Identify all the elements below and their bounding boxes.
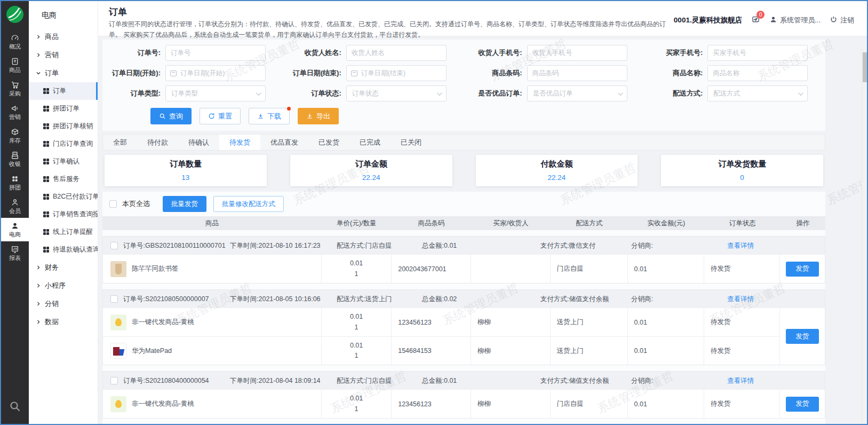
order-checkbox[interactable] [110, 377, 118, 384]
messages-button[interactable]: 0 [751, 15, 760, 26]
sidebar-group-goods[interactable]: 商品 [29, 28, 98, 46]
chevron-right-icon [36, 319, 41, 325]
product-image [110, 396, 126, 412]
filter-input-receiver-phone[interactable] [527, 45, 627, 61]
sidebar-group-label: 商品 [45, 32, 59, 42]
sidebar-item-label: B2C已付款订单查询 [53, 192, 98, 201]
export-button[interactable]: 导出 [298, 108, 339, 124]
sidebar-item-label: 订单 [53, 86, 66, 96]
sidebar-item-group-order[interactable]: 拼团订单 [29, 100, 98, 117]
order-time: 下单时间:2021-08-10 16:17:23 [230, 241, 337, 250]
tab-completed[interactable]: 已完成 [349, 135, 391, 150]
view-detail-link[interactable]: 查看详情 [727, 376, 754, 385]
filter-select-order-status[interactable]: 订单状态 [346, 85, 447, 101]
order-group: 订单号:S2021080400000054下单时间:2021-08-04 18:… [102, 371, 825, 419]
grid-icon [43, 159, 49, 164]
sidebar-group-label: 订单 [45, 68, 59, 78]
select-all-checkbox[interactable] [109, 200, 117, 208]
batch-row: 本页全选 批量发货批量修改配送方式 [102, 195, 825, 216]
query-button[interactable]: 查询 [150, 108, 192, 124]
status-tabs: 全部待付款待确认待发货优品直发已发货已完成已关闭 [102, 134, 825, 151]
vertical-scrollbar[interactable] [862, 46, 867, 424]
tab-shipped[interactable]: 已发货 [308, 135, 349, 150]
sidebar-group-orders[interactable]: 订单 [29, 64, 98, 82]
search-icon [9, 400, 21, 415]
download-button[interactable]: 下载 [249, 108, 290, 124]
filter-input-receiver-name[interactable] [346, 45, 447, 61]
rail-item-inventory[interactable]: 库存 [1, 124, 29, 147]
rail-item-label: 拼团 [9, 185, 21, 191]
sidebar-item-after-sales[interactable]: 售后服务 [29, 170, 98, 188]
tab-pending-confirm[interactable]: 待确认 [178, 135, 219, 150]
product-name: 华为MatePad [132, 347, 172, 356]
rail-item-ecommerce[interactable]: 电商 [1, 218, 29, 241]
filter-control [707, 45, 808, 61]
sidebar-item-order[interactable]: 订单 [29, 82, 98, 100]
tab-all[interactable]: 全部 [103, 135, 137, 150]
sidebar-group-finance[interactable]: 财务 [29, 258, 98, 277]
rail-item-goods[interactable]: 商品 [1, 53, 29, 77]
sidebar-menu: 商品营销订单订单拼团订单拼团订单核销门店订单查询订单确认售后服务B2C已付款订单… [29, 28, 98, 424]
sidebar-item-store-order-query[interactable]: 门店订单查询 [29, 135, 98, 153]
batch-ship-button[interactable]: 批量发货 [163, 196, 206, 212]
rail-item-marketing[interactable]: 营销 [1, 100, 29, 124]
rail-item-cashier[interactable]: 收银 [1, 147, 29, 171]
reset-button[interactable]: 重置 [200, 108, 241, 124]
filter-select-order-type[interactable]: 订单类型 [165, 85, 266, 101]
sidebar-item-group-order-verify[interactable]: 拼团订单核销 [29, 117, 98, 135]
rail-search-button[interactable] [1, 391, 29, 424]
admin-menu[interactable]: 系统管理员... [769, 15, 821, 25]
filter-label: 是否优品订单: [464, 89, 527, 98]
sidebar-group-data[interactable]: 数据 [29, 313, 98, 331]
table-header-action: 操作 [781, 219, 825, 228]
order-checkbox[interactable] [110, 295, 118, 303]
chevron-right-icon [36, 34, 41, 40]
tab-closed[interactable]: 已关闭 [391, 135, 432, 150]
sidebar-group-mini-program[interactable]: 小程序 [29, 277, 98, 295]
batch-change-delivery-button[interactable]: 批量修改配送方式 [213, 196, 284, 212]
order-checkbox[interactable] [110, 242, 118, 249]
filter-input-order-no[interactable] [165, 45, 266, 61]
rail-item-purchase[interactable]: 采购 [1, 77, 29, 100]
app-logo[interactable] [1, 1, 29, 30]
filter-input-buyer-phone[interactable] [707, 45, 808, 61]
sidebar-group-distribution[interactable]: 分销 [29, 295, 98, 313]
tab-pending-ship[interactable]: 待发货 [219, 135, 260, 150]
filter-select-is-premium[interactable]: 是否优品订单 [527, 85, 627, 101]
rail-item-member[interactable]: 会员 [1, 194, 29, 218]
rail-item-label: 电商 [9, 232, 21, 238]
table-header-price-qty: 单价(元)/数量 [322, 219, 392, 228]
cart-icon [11, 81, 19, 89]
ship-button[interactable]: 发货 [786, 329, 819, 344]
sidebar-item-order-sales-report[interactable]: 订单销售查询报表 [29, 206, 98, 223]
filter-label: 配送方式: [644, 89, 707, 98]
order-total-amount: 总金额:0.01 [422, 241, 540, 250]
rail-item-report[interactable]: 报表 [1, 241, 29, 265]
filter-control: 是否优品订单 [527, 85, 627, 101]
filter-input-barcode[interactable] [527, 65, 627, 81]
ship-button[interactable]: 发货 [786, 262, 819, 277]
filter-field-delivery-method: 配送方式:配送方式 [644, 85, 825, 101]
filter-input-order-date-start[interactable] [165, 65, 266, 81]
view-detail-link[interactable]: 查看详情 [727, 295, 754, 304]
sidebar-item-refund-confirm[interactable]: 待退款确认查询 [29, 241, 98, 258]
sidebar-item-online-order-remind[interactable]: 线上订单提醒 [29, 223, 98, 241]
scrollbar-thumb[interactable] [863, 52, 867, 82]
filter-input-order-date-end[interactable] [346, 65, 447, 81]
sidebar-item-b2c-paid-query[interactable]: B2C已付款订单查询 [29, 188, 98, 206]
tab-pending-payment[interactable]: 待付款 [137, 135, 178, 150]
rail-item-groupbuy[interactable]: 拼团 [1, 171, 29, 194]
sidebar-item-order-confirm[interactable]: 订单确认 [29, 153, 98, 170]
tab-premium-direct[interactable]: 优品直发 [260, 135, 308, 150]
view-detail-link[interactable]: 查看详情 [727, 241, 754, 250]
sidebar-group-marketing[interactable]: 营销 [29, 46, 98, 64]
ship-button[interactable]: 发货 [786, 397, 819, 412]
action-cell: 发货 [780, 308, 825, 365]
grid-icon [43, 123, 49, 129]
filter-field-order-no: 订单号: [102, 45, 283, 61]
rail-item-overview[interactable]: 概况 [1, 30, 29, 53]
logout-button[interactable]: 注销 [830, 15, 854, 25]
filter-input-product-name[interactable] [707, 65, 808, 81]
filter-select-delivery-method[interactable]: 配送方式 [707, 85, 808, 101]
filter-field-order-type: 订单类型:订单类型 [102, 85, 283, 101]
